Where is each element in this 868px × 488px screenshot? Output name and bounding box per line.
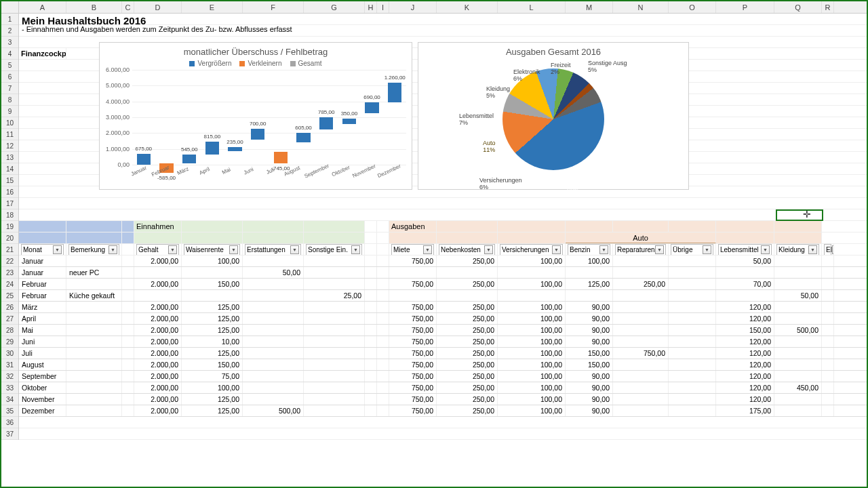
cell[interactable] <box>774 405 822 416</box>
cell[interactable]: 100,00 <box>498 336 566 347</box>
cell[interactable] <box>822 290 834 301</box>
cell[interactable]: 750,00 <box>389 302 437 312</box>
cell[interactable]: 100,00 <box>182 256 243 266</box>
filter-header[interactable]: Lebensmittel▼ <box>718 244 772 255</box>
cell[interactable] <box>822 336 834 347</box>
cell[interactable] <box>134 290 182 301</box>
table-row[interactable]: November2.000,00125,00750,00250,00100,00… <box>19 394 867 405</box>
table-row[interactable]: Dezember2.000,00125,00500,00750,00250,00… <box>19 405 867 417</box>
row-number[interactable]: 19 <box>1 221 18 232</box>
cell[interactable]: 100,00 <box>498 359 566 370</box>
cell[interactable] <box>613 302 669 312</box>
cell[interactable] <box>304 325 365 336</box>
cell[interactable] <box>774 279 822 289</box>
filter-header[interactable]: Waisenrente▼ <box>184 244 240 255</box>
cell[interactable] <box>365 405 377 416</box>
row-number[interactable]: 21 <box>1 244 18 256</box>
cell[interactable] <box>122 279 134 289</box>
cell[interactable] <box>437 290 498 301</box>
cell[interactable] <box>774 256 822 266</box>
cell[interactable]: 150,00 <box>716 325 774 336</box>
column-header-P[interactable]: P <box>716 1 774 13</box>
cell[interactable] <box>66 394 122 405</box>
cell[interactable] <box>365 394 377 405</box>
cell[interactable] <box>365 267 377 278</box>
filter-header[interactable]: Gehalt▼ <box>136 244 179 255</box>
cell[interactable]: 250,00 <box>437 394 498 405</box>
table-row[interactable]: Oktober2.000,00100,00750,00250,00100,009… <box>19 382 867 394</box>
cell[interactable] <box>304 382 365 393</box>
cell[interactable]: 150,00 <box>182 279 243 289</box>
row-number[interactable]: 11 <box>1 129 18 140</box>
cell[interactable] <box>669 336 716 347</box>
cell[interactable] <box>822 313 834 324</box>
cell[interactable] <box>182 267 243 278</box>
cell[interactable] <box>134 267 182 278</box>
cell[interactable] <box>66 405 122 416</box>
cell[interactable] <box>566 290 613 301</box>
filter-header[interactable]: Kleidung▼ <box>776 244 819 255</box>
column-header-I[interactable]: I <box>377 1 389 13</box>
cell[interactable] <box>389 267 437 278</box>
cell[interactable] <box>774 313 822 324</box>
cell[interactable] <box>669 302 716 312</box>
cell[interactable] <box>437 267 498 278</box>
cell[interactable]: 250,00 <box>437 382 498 393</box>
cell[interactable]: 90,00 <box>566 336 613 347</box>
cell[interactable] <box>122 325 134 336</box>
filter-header[interactable]: Übrige▼ <box>671 244 713 255</box>
cell[interactable] <box>304 279 365 289</box>
cell[interactable] <box>822 256 834 266</box>
cell[interactable] <box>122 371 134 382</box>
cell[interactable]: 250,00 <box>437 336 498 347</box>
table-row[interactable]: Januar2.000,00100,00750,00250,00100,0010… <box>19 256 867 267</box>
column-header-A[interactable]: A <box>19 1 66 13</box>
filter-dropdown-icon[interactable]: ▼ <box>168 245 177 254</box>
cell[interactable] <box>613 256 669 266</box>
cell[interactable] <box>243 290 304 301</box>
cell[interactable] <box>365 359 377 370</box>
cell[interactable] <box>66 359 122 370</box>
row-number[interactable]: 12 <box>1 140 18 152</box>
cell[interactable]: 175,00 <box>716 405 774 416</box>
cell[interactable] <box>243 256 304 266</box>
cell[interactable] <box>669 405 716 416</box>
cell[interactable] <box>122 394 134 405</box>
cell[interactable] <box>122 267 134 278</box>
table-row[interactable]: Juni2.000,0010,00750,00250,00100,0090,00… <box>19 336 867 348</box>
cell[interactable]: 90,00 <box>566 313 613 324</box>
cell[interactable] <box>377 371 389 382</box>
cell[interactable]: 120,00 <box>716 382 774 393</box>
row-number[interactable]: 16 <box>1 186 18 198</box>
cell[interactable]: 2.000,00 <box>134 336 182 347</box>
cell[interactable] <box>613 325 669 336</box>
cell[interactable] <box>122 405 134 416</box>
column-header-G[interactable]: G <box>304 1 365 13</box>
cell[interactable]: Februar <box>19 279 66 289</box>
cell[interactable]: 100,00 <box>498 371 566 382</box>
cell[interactable]: 2.000,00 <box>134 348 182 359</box>
filter-dropdown-icon[interactable]: ▼ <box>761 245 770 254</box>
cell[interactable]: 125,00 <box>566 279 613 289</box>
row-number[interactable]: 31 <box>1 359 18 371</box>
cell[interactable] <box>66 336 122 347</box>
cell[interactable] <box>377 382 389 393</box>
cell[interactable] <box>377 394 389 405</box>
cell[interactable] <box>122 359 134 370</box>
cell[interactable]: September <box>19 371 66 382</box>
cell[interactable]: 2.000,00 <box>134 382 182 393</box>
cell[interactable]: 75,00 <box>182 371 243 382</box>
row-number[interactable]: 25 <box>1 290 18 302</box>
row-number[interactable]: 3 <box>1 37 18 48</box>
table-row[interactable]: September2.000,0075,00750,00250,00100,00… <box>19 371 867 382</box>
cell[interactable]: 25,00 <box>304 290 365 301</box>
cell[interactable] <box>669 267 716 278</box>
row-number[interactable]: 17 <box>1 198 18 209</box>
row-number[interactable]: 29 <box>1 336 18 348</box>
column-header-Q[interactable]: Q <box>774 1 822 13</box>
cell[interactable] <box>377 290 389 301</box>
filter-header[interactable]: Monat▼ <box>21 244 64 255</box>
cell[interactable] <box>304 302 365 312</box>
table-row[interactable]: FebruarKüche gekauft25,0050,00 <box>19 290 867 302</box>
cell[interactable]: 120,00 <box>716 348 774 359</box>
